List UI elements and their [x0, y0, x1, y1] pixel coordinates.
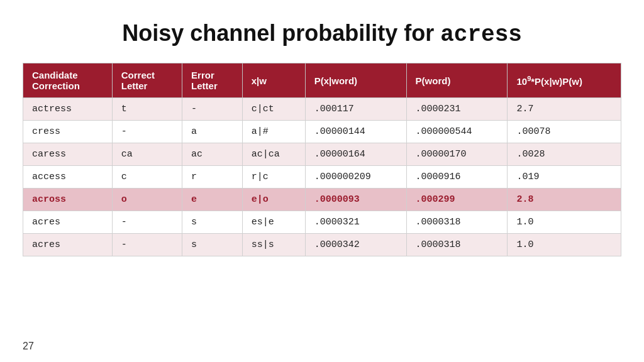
page-title: Noisy channel probability for acress: [0, 0, 644, 63]
header-correct: CorrectLetter: [112, 63, 182, 98]
header-error: ErrorLetter: [182, 63, 243, 98]
slide-number: 27: [23, 341, 34, 352]
header-score: 109*P(x|w)P(w): [508, 63, 621, 98]
table-row: actresst-c|ct.000117.00002312.7: [23, 98, 621, 121]
noisy-channel-table: CandidateCorrection CorrectLetter ErrorL…: [23, 63, 621, 256]
table-row: acres-ses|e.0000321.00003181.0: [23, 211, 621, 234]
table-row: caresscaacac|ca.00000164.00000170.0028: [23, 143, 621, 166]
header-pword: P(word): [406, 63, 508, 98]
table-row: cress-aa|#.00000144.000000544.00078: [23, 121, 621, 143]
table-row: accesscrr|c.000000209.0000916.019: [23, 166, 621, 189]
header-xw: x|w: [242, 63, 305, 98]
table-row: acrossoee|o.0000093.0002992.8: [23, 189, 621, 211]
header-pxword: P(x|word): [305, 63, 406, 98]
table-header-row: CandidateCorrection CorrectLetter ErrorL…: [23, 63, 621, 98]
header-candidate: CandidateCorrection: [23, 63, 113, 98]
table-row: acres-sss|s.0000342.00003181.0: [23, 234, 621, 256]
